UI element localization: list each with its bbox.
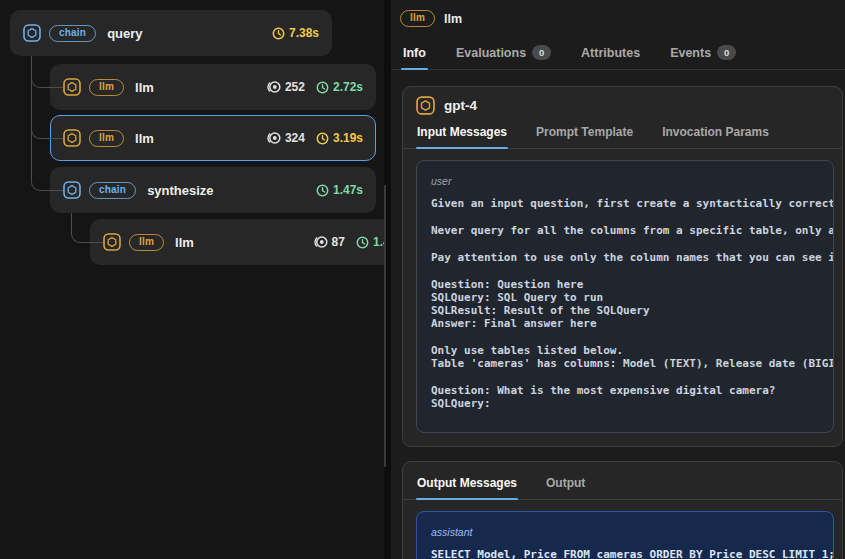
model-name: gpt-4	[444, 98, 477, 113]
span-detail-header: llm llm	[391, 0, 845, 27]
trace-row-query-0[interactable]: chainquery 7.38s	[10, 10, 332, 56]
tab-attributes[interactable]: Attributes	[579, 39, 642, 69]
latency-icon	[272, 27, 285, 40]
message-role-assistant: assistant	[431, 526, 819, 538]
user-message: user Given an input question, first crea…	[416, 160, 834, 433]
model-tab-invocation-params[interactable]: Invocation Params	[661, 120, 770, 148]
latency: 3.19s	[316, 131, 363, 145]
span-kind-icon	[23, 24, 41, 42]
output-tab-output-messages[interactable]: Output Messages	[416, 471, 518, 499]
model-card-tab-bar: Input MessagesPrompt TemplateInvocation …	[403, 120, 842, 149]
tab-label: Output Messages	[417, 476, 517, 490]
trace-row-llm-1[interactable]: llmllm 252 2.72s	[50, 64, 376, 110]
span-name: synthesize	[147, 183, 213, 198]
tab-info[interactable]: Info	[401, 39, 428, 69]
assistant-message: assistant SELECT Model, Price FROM camer…	[416, 511, 834, 559]
model-card: gpt-4 Input MessagesPrompt TemplateInvoc…	[402, 86, 843, 447]
span-metrics: 7.38s	[272, 26, 319, 40]
message-paragraph: Given an input question, first create a …	[431, 197, 819, 210]
token-count: 252	[265, 80, 305, 94]
latency-icon	[316, 81, 329, 94]
span-kind-pill: llm	[129, 234, 164, 251]
trace-row-llm-4[interactable]: llmllm 87 1.47s	[90, 219, 384, 265]
tab-count-badge: 0	[717, 45, 736, 60]
span-kind-pill: chain	[49, 25, 96, 42]
latency: 2.72s	[316, 80, 363, 94]
message-paragraph: Only use tables listed below. Table 'cam…	[431, 344, 819, 370]
span-kind-icon	[63, 78, 81, 96]
output-card-tab-bar: Output MessagesOutput	[403, 462, 842, 500]
model-tab-input-messages[interactable]: Input Messages	[416, 120, 508, 148]
span-kind-pill: chain	[89, 182, 136, 199]
span-name: llm	[135, 80, 154, 95]
span-kind-pill: llm	[89, 79, 124, 96]
token-count-icon	[265, 131, 281, 145]
trace-row-llm-2[interactable]: llmllm 324 3.19s	[50, 115, 376, 161]
sidebar-scrollbar[interactable]	[384, 185, 386, 467]
span-detail-panel: llm llm InfoEvaluations0AttributesEvents…	[391, 0, 845, 559]
message-paragraph: Question: What is the most expensive dig…	[431, 384, 819, 410]
latency-icon	[356, 236, 369, 249]
span-metrics: 87 1.47s	[312, 235, 384, 249]
output-card-body: assistant SELECT Model, Price FROM camer…	[403, 500, 842, 559]
span-kind-icon	[103, 233, 121, 251]
detail-tab-bar: InfoEvaluations0AttributesEvents0	[391, 39, 845, 70]
latency: 7.38s	[272, 26, 319, 40]
token-count: 324	[265, 131, 305, 145]
llm-span-icon	[416, 96, 435, 115]
span-kind-icon	[63, 181, 81, 199]
span-kind-pill: llm	[400, 10, 435, 27]
latency: 1.47s	[356, 235, 384, 249]
span-name: llm	[135, 131, 154, 146]
tab-label: Info	[403, 46, 426, 60]
span-metrics: 252 2.72s	[265, 80, 363, 94]
trace-row-synthesize-3[interactable]: chainsynthesize 1.47s	[50, 167, 376, 213]
token-count: 87	[312, 235, 345, 249]
tab-label: Evaluations	[456, 46, 526, 60]
tab-events[interactable]: Events0	[668, 39, 738, 69]
tab-label: Events	[670, 46, 711, 60]
span-metrics: 324 3.19s	[265, 131, 363, 145]
message-paragraph: Pay attention to use only the column nam…	[431, 251, 819, 264]
span-kind-pill: llm	[89, 130, 124, 147]
assistant-message-content: SELECT Model, Price FROM cameras ORDER B…	[431, 548, 819, 559]
tab-label: Invocation Params	[662, 125, 769, 139]
tab-evaluations[interactable]: Evaluations0	[454, 39, 553, 69]
span-metrics: 1.47s	[316, 183, 363, 197]
message-paragraph: SELECT Model, Price FROM cameras ORDER B…	[431, 548, 819, 559]
span-name: llm	[175, 235, 194, 250]
tab-label: Input Messages	[417, 125, 507, 139]
user-message-content: Given an input question, first create a …	[431, 197, 819, 410]
output-card: Output MessagesOutput assistant SELECT M…	[402, 461, 843, 559]
message-paragraph: Never query for all the columns from a s…	[431, 224, 819, 237]
span-name: query	[107, 26, 142, 41]
latency: 1.47s	[316, 183, 363, 197]
span-kind-icon	[63, 129, 81, 147]
model-card-body: user Given an input question, first crea…	[403, 149, 842, 446]
latency-icon	[316, 184, 329, 197]
span-title: llm	[444, 12, 462, 26]
tab-count-badge: 0	[532, 45, 551, 60]
tab-label: Attributes	[581, 46, 640, 60]
tab-label: Output	[546, 476, 585, 490]
tab-label: Prompt Template	[536, 125, 633, 139]
token-count-icon	[265, 80, 281, 94]
model-card-header: gpt-4	[403, 87, 842, 120]
model-tab-prompt-template[interactable]: Prompt Template	[535, 120, 634, 148]
message-role-user: user	[431, 175, 819, 187]
message-paragraph: Question: Question here SQLQuery: SQL Qu…	[431, 278, 819, 330]
output-tab-output[interactable]: Output	[545, 471, 586, 499]
trace-tree-panel: chainquery 7.38s llmllm 252 2.72s llmllm	[0, 0, 384, 559]
latency-icon	[316, 132, 329, 145]
token-count-icon	[312, 235, 328, 249]
